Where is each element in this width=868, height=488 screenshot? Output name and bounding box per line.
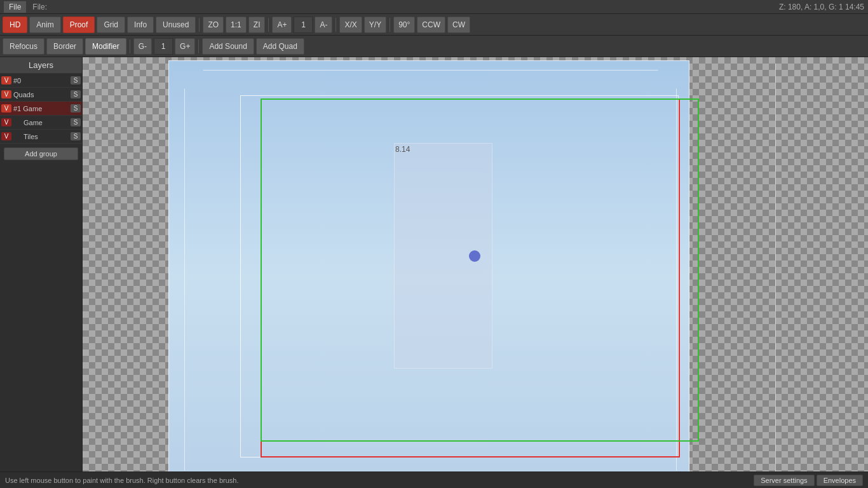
sep4 (390, 18, 390, 32)
zo-button[interactable]: ZO (203, 17, 224, 33)
cw-button[interactable]: CW (447, 17, 470, 33)
sep1 (199, 18, 200, 32)
layer-settings[interactable]: S (71, 104, 81, 112)
grid-button[interactable]: Grid (97, 17, 125, 33)
top-bar: File File: Z: 180, A: 1,0, G: 1 14:45 (0, 0, 868, 14)
ccw-button[interactable]: CCW (417, 17, 445, 33)
unused-button[interactable]: Unused (156, 17, 196, 33)
layer-visibility-toggle[interactable]: V (1, 132, 11, 140)
sep3 (336, 18, 336, 32)
layer-visibility-toggle[interactable]: V (1, 90, 11, 98)
layer-row[interactable]: VGameS (0, 116, 82, 130)
sep2 (268, 18, 269, 32)
layer-name: Quads (13, 91, 71, 98)
info-button[interactable]: Info (127, 17, 154, 33)
layer-row[interactable]: V#1 GameS (0, 102, 82, 116)
server-settings-button[interactable]: Server settings (754, 475, 814, 486)
main-area: Layers V#0SVQuadsSV#1 GameSVGameSVTilesS… (0, 57, 868, 471)
ratio-button[interactable]: 1:1 (226, 17, 247, 33)
a-plus-button[interactable]: A+ (272, 17, 292, 33)
layer-settings[interactable]: S (71, 132, 81, 140)
canvas-area[interactable]: 8.14 (83, 57, 868, 471)
g-minus-button[interactable]: G- (133, 38, 152, 55)
add-sound-button[interactable]: Add Sound (202, 38, 254, 55)
deg90-button[interactable]: 90° (393, 17, 415, 33)
sep6 (198, 39, 199, 53)
a-num: 1 (294, 17, 313, 33)
layer-settings[interactable]: S (71, 118, 81, 126)
layer-row[interactable]: V#0S (0, 74, 82, 88)
file-label: File: (32, 3, 47, 11)
proof-button[interactable]: Proof (63, 17, 95, 33)
add-quad-button[interactable]: Add Quad (256, 38, 304, 55)
layer-name: #0 (13, 77, 71, 85)
layer-row[interactable]: VQuadsS (0, 88, 82, 102)
refocus-button[interactable]: Refocus (3, 38, 44, 55)
g-plus-button[interactable]: G+ (175, 38, 195, 55)
anim-button[interactable]: Anim (29, 17, 60, 33)
layer-name: Game (24, 119, 71, 126)
status-right: Z: 180, A: 1,0, G: 1 14:45 (779, 3, 864, 11)
g-num: 1 (154, 38, 173, 55)
file-menu[interactable]: File (4, 1, 26, 13)
status-message: Use left mouse button to paint with the … (5, 477, 754, 484)
a-minus-button[interactable]: A- (315, 17, 332, 33)
layer-row[interactable]: VTilesS (0, 130, 82, 144)
status-bar: Use left mouse button to paint with the … (0, 471, 868, 488)
toolbar1: HD Anim Proof Grid Info Unused ZO 1:1 ZI… (0, 14, 868, 36)
layer-settings[interactable]: S (71, 76, 81, 85)
modifier-button[interactable]: Modifier (85, 38, 126, 55)
toolbar2: Refocus Border Modifier G- 1 G+ Add Soun… (0, 36, 868, 57)
add-group-button[interactable]: Add group (4, 147, 78, 160)
right-vertical-line (775, 64, 776, 471)
layers-header[interactable]: Layers (0, 57, 82, 74)
layer-name: Tiles (24, 133, 71, 140)
status-right-buttons: Server settings Envelopes (754, 475, 863, 486)
layer-visibility-toggle[interactable]: V (1, 76, 11, 85)
layer-list: V#0SVQuadsSV#1 GameSVGameSVTilesS (0, 74, 82, 144)
envelopes-button[interactable]: Envelopes (817, 475, 863, 486)
layer-visibility-toggle[interactable]: V (1, 118, 11, 126)
layer-settings[interactable]: S (71, 90, 81, 98)
blue-dot (469, 250, 480, 262)
canvas-label-814: 8.14 (395, 145, 410, 154)
layer-visibility-toggle[interactable]: V (1, 104, 11, 112)
layer-name: #1 Game (13, 105, 71, 112)
xx-button[interactable]: X/X (339, 17, 362, 33)
sidebar: Layers V#0SVQuadsSV#1 GameSVGameSVTilesS… (0, 57, 83, 471)
sep5 (130, 39, 130, 53)
border-button[interactable]: Border (46, 38, 83, 55)
zi-button[interactable]: ZI (248, 17, 266, 33)
yy-button[interactable]: Y/Y (364, 17, 386, 33)
hd-button[interactable]: HD (3, 17, 27, 33)
